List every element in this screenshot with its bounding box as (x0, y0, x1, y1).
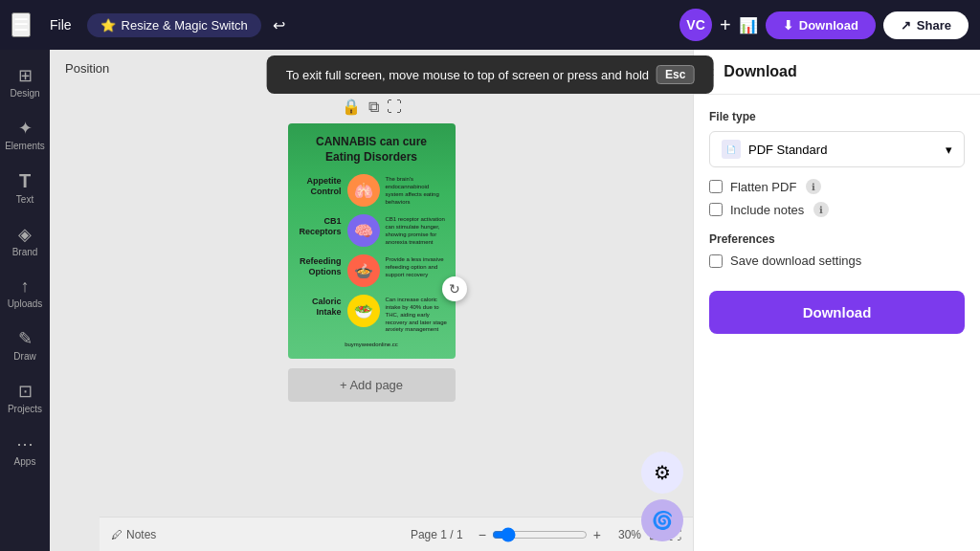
include-notes-checkbox[interactable] (709, 203, 723, 216)
panel-header: ‹ Download (694, 50, 980, 95)
zoom-out-button[interactable]: − (479, 527, 486, 542)
sidebar-item-label: Text (16, 194, 33, 205)
top-download-button[interactable]: ⬇ Download (766, 11, 876, 39)
sidebar-item-label: Uploads (8, 298, 43, 309)
infographic-card[interactable]: CANNABIS can cure Eating Disorders Appet… (288, 123, 456, 359)
infographic-footer: buymyweedonline.cc (296, 342, 448, 347)
add-page-button[interactable]: + Add page (288, 368, 456, 402)
save-settings-label: Save download settings (730, 253, 861, 268)
sidebar-item-elements[interactable]: ✦ Elements (3, 110, 47, 159)
cb1-circle: 🧠 (347, 214, 380, 247)
file-menu-button[interactable]: File (42, 13, 79, 36)
file-type-select[interactable]: 📄 PDF Standard ▾ (709, 131, 965, 167)
canvas-controls: 🔒 ⧉ ⛶ (342, 98, 402, 116)
vc-avatar-button[interactable]: VC (679, 9, 712, 41)
resize-magic-switch-button[interactable]: ⭐ Resize & Magic Switch (87, 13, 261, 37)
save-settings-checkbox[interactable] (709, 254, 723, 268)
sidebar-item-design[interactable]: ⊞ Design (3, 57, 47, 106)
sidebar-item-label: Brand (12, 247, 38, 257)
preferences-title: Preferences (709, 232, 965, 246)
lock-icon[interactable]: 🔒 (342, 98, 361, 116)
main-layout: ⊞ Design ✦ Elements T Text ◈ Brand ↑ Upl… (0, 50, 980, 551)
share-button[interactable]: ↗ Share (883, 11, 969, 39)
refresh-button[interactable]: ↻ (442, 276, 467, 301)
flatten-pdf-label: Flatten PDF (730, 180, 796, 194)
sidebar-item-apps[interactable]: ⋯ Apps (3, 426, 47, 474)
elements-icon: ✦ (18, 118, 33, 139)
flatten-pdf-checkbox[interactable] (709, 180, 723, 193)
infographic-row-cb1: CB1Receptors 🧠 CB1 receptor activation c… (296, 214, 448, 247)
design-icon: ⊞ (18, 65, 33, 86)
draw-icon: ✎ (18, 328, 33, 349)
zoom-control: − + 30% (479, 527, 641, 542)
zoom-slider[interactable] (492, 527, 588, 542)
zoom-percentage: 30% (607, 528, 641, 541)
save-settings-row: Save download settings (709, 253, 965, 268)
projects-icon: ⊡ (18, 381, 33, 402)
brand-icon: ◈ (18, 224, 32, 245)
include-notes-row: Include notes ℹ (709, 202, 965, 217)
preferences-section: Preferences Save download settings (709, 232, 965, 268)
sidebar-item-brand[interactable]: ◈ Brand (3, 216, 47, 265)
infographic-title: CANNABIS can cure Eating Disorders (296, 135, 448, 165)
panel-body: File type 📄 PDF Standard ▾ Flatten PDF ℹ… (694, 95, 980, 551)
fullscreen-tooltip: To exit full screen, move mouse to top o… (267, 55, 714, 94)
panel-title: Download (724, 63, 796, 80)
topbar: ☰ File ⭐ Resize & Magic Switch ↩ VC + 📊 … (0, 0, 980, 50)
add-button[interactable]: + (720, 14, 731, 36)
infographic-wrapper: CANNABIS can cure Eating Disorders Appet… (288, 123, 456, 359)
flatten-pdf-info-icon[interactable]: ℹ (806, 179, 821, 194)
share-icon: ↗ (901, 18, 911, 33)
sidebar-item-label: Design (10, 88, 39, 99)
esc-key-badge: Esc (657, 65, 694, 84)
expand-icon[interactable]: ⛶ (387, 98, 402, 116)
notes-icon: 🖊 (111, 528, 122, 541)
menu-icon[interactable]: ☰ (11, 12, 31, 37)
copy-icon[interactable]: ⧉ (368, 98, 379, 116)
sidebar-item-label: Draw (13, 351, 35, 362)
ai-assistant-button[interactable]: ⚙ (641, 452, 683, 494)
zoom-in-button[interactable]: + (593, 527, 601, 542)
caloric-circle: 🥗 (347, 295, 380, 327)
infographic-row-caloric: CaloricIntake 🥗 Can increase caloric int… (296, 295, 448, 334)
file-type-label: File type (709, 110, 965, 123)
ai-magic-button[interactable]: 🌀 (641, 499, 683, 541)
canvas-area: Position 🔒 ⧉ ⛶ CANNABIS can cure Eating … (50, 50, 693, 551)
page-info: Page 1 / 1 (411, 528, 463, 541)
sidebar-item-uploads[interactable]: ↑ Uploads (3, 269, 47, 317)
sidebar-item-label: Projects (8, 404, 42, 414)
bottom-bar: 🖊 Notes Page 1 / 1 − + 30% ⊞ ⛶ (100, 517, 693, 551)
sidebar-item-label: Apps (14, 456, 36, 467)
appetite-circle: 🫁 (347, 174, 380, 207)
file-type-value: PDF Standard (748, 143, 827, 157)
undo-button[interactable]: ↩ (269, 12, 289, 38)
chart-button[interactable]: 📊 (739, 16, 758, 34)
include-notes-info-icon[interactable]: ℹ (813, 202, 829, 217)
sidebar-item-draw[interactable]: ✎ Draw (3, 320, 47, 369)
right-panel: ‹ Download File type 📄 PDF Standard ▾ Fl… (693, 50, 980, 551)
apps-icon: ⋯ (16, 433, 33, 454)
sidebar-item-label: Elements (5, 141, 45, 151)
sidebar-item-text[interactable]: T Text (3, 163, 47, 212)
chevron-down-icon: ▾ (946, 143, 952, 157)
star-icon: ⭐ (100, 18, 116, 33)
include-notes-label: Include notes (730, 203, 804, 217)
panel-download-button[interactable]: Download (709, 291, 965, 334)
flatten-pdf-row: Flatten PDF ℹ (709, 179, 965, 194)
left-sidebar: ⊞ Design ✦ Elements T Text ◈ Brand ↑ Upl… (0, 50, 50, 551)
refeeding-circle: 🍲 (347, 254, 380, 287)
text-icon: T (19, 170, 31, 192)
infographic-row-appetite: AppetiteControl 🫁 The brain's endocannab… (296, 174, 448, 207)
notes-button[interactable]: 🖊 Notes (111, 528, 156, 541)
sidebar-item-projects[interactable]: ⊡ Projects (3, 373, 47, 422)
uploads-icon: ↑ (21, 276, 30, 297)
download-icon: ⬇ (783, 18, 793, 33)
position-label: Position (65, 61, 109, 76)
infographic-row-refeeding: RefeedingOptions 🍲 Provide a less invasi… (296, 254, 448, 287)
pdf-icon: 📄 (722, 140, 741, 159)
